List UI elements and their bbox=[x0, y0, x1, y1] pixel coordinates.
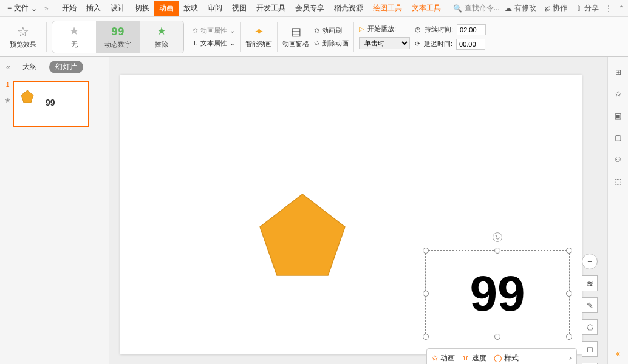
anim-property-button[interactable]: ✩动画属性⌄ bbox=[193, 26, 235, 35]
tab-insert[interactable]: 插入 bbox=[81, 1, 106, 16]
layers-tool[interactable]: ≋ bbox=[582, 275, 598, 291]
tab-start[interactable]: 开始 bbox=[57, 1, 81, 16]
rail-star-icon[interactable]: ✩ bbox=[613, 89, 624, 99]
delay-icon: ⟳ bbox=[415, 40, 420, 48]
svg-marker-0 bbox=[21, 90, 33, 103]
search-icon: 🔍 bbox=[453, 4, 462, 13]
panel-back-icon[interactable]: « bbox=[6, 63, 10, 72]
tab-member[interactable]: 会员专享 bbox=[290, 1, 329, 16]
slides-panel: « 大纲 幻灯片 1 ✭ 99 bbox=[0, 57, 109, 364]
resize-handle-bl[interactable] bbox=[423, 334, 429, 340]
shape-tool[interactable]: ⬠ bbox=[582, 319, 598, 335]
command-search[interactable]: 🔍 查找命令... bbox=[453, 3, 500, 13]
delay-label: 延迟时间: bbox=[424, 39, 452, 49]
tab-review[interactable]: 审阅 bbox=[203, 1, 227, 16]
tab-animation[interactable]: 动画 bbox=[154, 1, 179, 16]
tab-resources[interactable]: 稻壳资源 bbox=[329, 1, 368, 16]
collapse-tools-icon[interactable]: − bbox=[582, 254, 598, 269]
collab-button[interactable]: ፚ协作 bbox=[545, 3, 567, 13]
animation-gallery: ★ 无 99 动态数字 ★ 擦除 bbox=[52, 21, 184, 53]
search-placeholder: 查找命令... bbox=[465, 3, 500, 13]
trigger-select[interactable]: 单击时 bbox=[359, 37, 410, 49]
resize-handle-tl[interactable] bbox=[423, 248, 429, 254]
people-icon: ፚ bbox=[545, 4, 550, 13]
rail-cube-icon[interactable]: ⬚ bbox=[613, 176, 624, 187]
preview-label: 预览效果 bbox=[10, 40, 36, 49]
slide-thumbnail-1[interactable]: 99 bbox=[13, 81, 89, 127]
rail-slides-icon[interactable]: ▣ bbox=[613, 110, 624, 121]
rotate-handle[interactable]: ↻ bbox=[493, 232, 502, 242]
float-more-icon[interactable]: › bbox=[569, 354, 572, 362]
more-arrow-icon[interactable]: » bbox=[44, 4, 49, 13]
bars-icon: ⫾⫾ bbox=[462, 354, 469, 362]
preview-group[interactable]: ☆ 预览效果 bbox=[5, 17, 41, 56]
collapse-ribbon-icon[interactable]: ⌃ bbox=[618, 4, 624, 13]
chevron-down-icon: ⌄ bbox=[230, 39, 235, 47]
cloud-icon: ☁ bbox=[505, 4, 512, 13]
rail-person-icon[interactable]: ⚇ bbox=[613, 154, 624, 165]
chevron-down-icon: ⌄ bbox=[31, 4, 37, 13]
divider bbox=[277, 22, 278, 52]
textbox-selected[interactable]: ↻ 99 bbox=[425, 250, 570, 337]
float-speed-button[interactable]: ⫾⫾速度 bbox=[462, 353, 486, 363]
resize-handle-br[interactable] bbox=[566, 334, 572, 340]
divider bbox=[46, 22, 47, 52]
divider bbox=[240, 22, 241, 52]
resize-handle-tm[interactable] bbox=[494, 248, 500, 254]
text-icon: T. bbox=[193, 39, 198, 47]
divider bbox=[353, 22, 354, 52]
delete-anim-button[interactable]: ✩删除动画 bbox=[314, 39, 349, 48]
delay-input[interactable] bbox=[456, 39, 485, 50]
rail-icon-1[interactable]: ⊞ bbox=[613, 67, 624, 78]
tab-slideshow[interactable]: 放映 bbox=[179, 1, 203, 16]
delete-icon: ✩ bbox=[314, 39, 319, 47]
pane-icon: ▤ bbox=[291, 25, 301, 38]
tab-design[interactable]: 设计 bbox=[106, 1, 130, 16]
tab-transition[interactable]: 切换 bbox=[130, 1, 154, 16]
more-menu-icon[interactable]: ⋮ bbox=[605, 4, 612, 13]
float-toolbar: ✩动画 ⫾⫾速度 ◯样式 › bbox=[426, 348, 577, 364]
duration-label: 持续时间: bbox=[425, 25, 453, 34]
sparkle-icon: ✦ bbox=[254, 25, 264, 38]
text-property-button[interactable]: T.文本属性⌄ bbox=[193, 39, 235, 48]
float-anim-button[interactable]: ✩动画 bbox=[432, 353, 455, 363]
star-icon: ✩ bbox=[432, 354, 438, 362]
thumb-text: 99 bbox=[46, 98, 55, 107]
slides-tab[interactable]: 幻灯片 bbox=[49, 61, 83, 73]
pentagon-icon bbox=[20, 89, 35, 104]
svg-marker-1 bbox=[260, 194, 345, 275]
has-changes[interactable]: ☁有修改 bbox=[505, 3, 536, 13]
resize-handle-lm[interactable] bbox=[423, 291, 429, 297]
shape-icon: ◯ bbox=[494, 354, 502, 362]
textbox-value[interactable]: 99 bbox=[469, 269, 525, 318]
rail-shape-icon[interactable]: ▢ bbox=[613, 132, 624, 143]
anim-brush-button[interactable]: ✩动画刷 bbox=[314, 26, 349, 35]
resize-handle-rm[interactable] bbox=[566, 291, 572, 297]
edit-tool[interactable]: ✎ bbox=[582, 297, 598, 313]
file-menu[interactable]: ≡ 文件 ⌄ bbox=[4, 2, 41, 15]
chevron-down-icon: ⌄ bbox=[230, 27, 235, 35]
object-side-tools: − ≋ ✎ ⬠ ◻ 💡 A≡ bbox=[582, 254, 598, 364]
preview-star-icon: ☆ bbox=[17, 24, 29, 40]
smart-anim-button[interactable]: ✦ 智能动画 bbox=[245, 25, 272, 49]
thumb-number: 1 bbox=[5, 81, 9, 88]
gallery-item-dynamic-number[interactable]: 99 动态数字 bbox=[96, 21, 140, 53]
share-button[interactable]: ⇧分享 bbox=[576, 3, 599, 13]
tab-text-tools[interactable]: 文本工具 bbox=[407, 1, 446, 16]
tab-view[interactable]: 视图 bbox=[227, 1, 251, 16]
tab-dev[interactable]: 开发工具 bbox=[251, 1, 290, 16]
anim-pane-button[interactable]: ▤ 动画窗格 bbox=[282, 25, 309, 49]
tab-draw-tools[interactable]: 绘图工具 bbox=[368, 1, 407, 16]
pentagon-shape[interactable] bbox=[259, 193, 346, 278]
gallery-item-none[interactable]: ★ 无 bbox=[52, 21, 96, 53]
rail-collapse-icon[interactable]: « bbox=[616, 349, 620, 358]
crop-tool[interactable]: ◻ bbox=[582, 341, 598, 357]
outline-tab[interactable]: 大纲 bbox=[16, 61, 43, 73]
resize-handle-bm[interactable] bbox=[494, 334, 500, 340]
resize-handle-tr[interactable] bbox=[566, 248, 572, 254]
clock-icon: ◷ bbox=[415, 25, 421, 33]
duration-input[interactable] bbox=[457, 24, 486, 35]
gallery-item-wipe[interactable]: ★ 擦除 bbox=[140, 21, 183, 53]
play-icon: ▷ bbox=[359, 25, 364, 33]
float-style-button[interactable]: ◯样式 bbox=[494, 353, 519, 363]
